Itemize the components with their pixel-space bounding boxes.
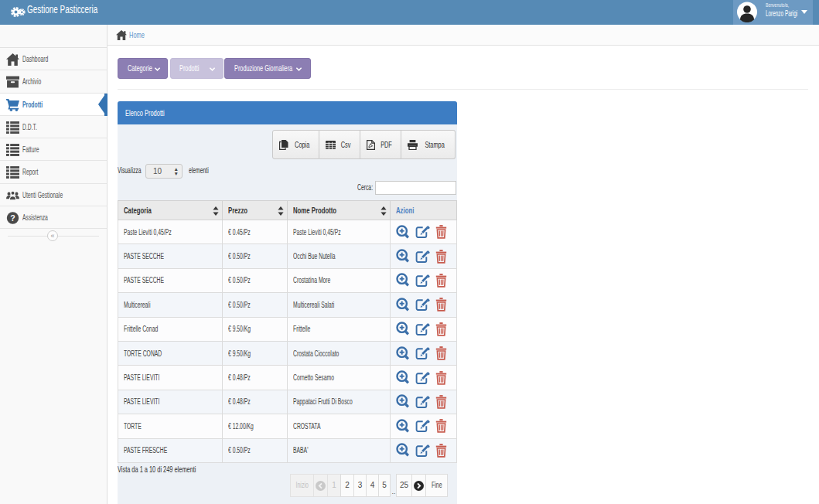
svg-text:?: ?	[10, 213, 15, 223]
